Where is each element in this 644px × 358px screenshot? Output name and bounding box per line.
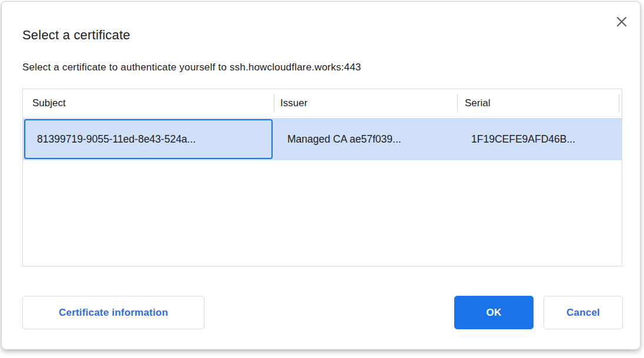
column-header-serial: Serial [465,89,490,117]
close-icon [616,16,627,27]
column-header-issuer: Issuer [280,89,307,117]
dialog-subtitle: Select a certificate to authenticate you… [22,62,361,73]
ok-button[interactable]: OK [454,296,534,329]
cell-subject[interactable]: 81399719-9055-11ed-8e43-524a... [24,119,273,159]
page-title: Select a certificate [22,28,130,43]
column-divider [274,94,274,112]
cell-serial: 1F19CEFE9AFD46B... [471,118,575,160]
column-divider [457,94,458,112]
close-button[interactable] [614,14,629,29]
cancel-button[interactable]: Cancel [544,296,623,329]
select-certificate-dialog: Select a certificate Select a certificat… [1,1,640,350]
certificate-information-button[interactable]: Certificate information [22,296,204,329]
column-divider [619,94,619,112]
certificate-table: Subject Issuer Serial 81399719-9055-11ed… [22,89,622,266]
table-row[interactable]: 81399719-9055-11ed-8e43-524a... Managed … [23,118,622,160]
table-header: Subject Issuer Serial [23,89,622,117]
cell-issuer: Managed CA ae57f039... [287,118,401,160]
column-header-subject: Subject [32,89,66,117]
